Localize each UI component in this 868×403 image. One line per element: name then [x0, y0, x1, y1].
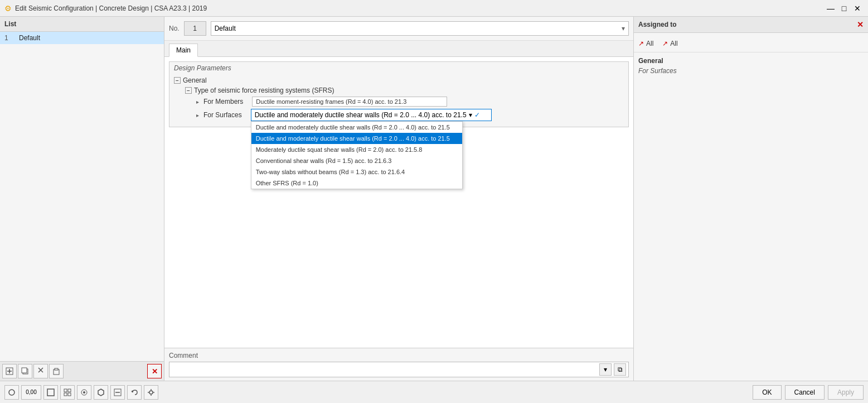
comment-box: ▾ ⧉ — [169, 362, 629, 377]
config-name-row: No. 1 Default ▾ — [164, 17, 633, 41]
svg-rect-4 — [22, 368, 27, 373]
assigned-close-icon[interactable]: ✕ — [857, 20, 864, 29]
surfaces-bullet: ▸ — [196, 112, 199, 118]
bottom-toolbar: 0,00 OK Cancel — [0, 381, 868, 403]
left-panel: List 1 Default — [0, 17, 164, 381]
assigned-value-1: All — [646, 40, 653, 47]
for-surfaces-label: For Surfaces — [203, 111, 242, 119]
sfrs-children: ▸ For Members Ductile moment-resisting f… — [185, 95, 624, 122]
delete-button[interactable]: ✕ — [147, 364, 162, 378]
assigned-header: Assigned to ✕ — [634, 17, 868, 33]
config-name-dropdown[interactable]: Default ▾ — [211, 21, 629, 36]
sfrs-label: Type of seismic force resisting systems … — [194, 87, 334, 94]
right-sub: For Surfaces — [638, 67, 864, 75]
bottom-tools: 0,00 — [4, 385, 158, 400]
comment-dropdown-icon[interactable]: ▾ — [599, 363, 612, 376]
tool-square-btn[interactable] — [43, 385, 58, 400]
tool-circle-btn[interactable] — [4, 385, 19, 400]
close-button[interactable]: ✕ — [851, 2, 864, 15]
ok-button[interactable]: OK — [753, 385, 781, 400]
list-item-num: 1 — [4, 34, 16, 42]
general-label: General — [183, 76, 207, 84]
apply-button[interactable]: Apply — [828, 385, 864, 400]
surfaces-dropdown-container: Ductile and moderately ductile shear wal… — [251, 109, 492, 121]
surfaces-selected-value: Ductile and moderately ductile shear wal… — [255, 111, 467, 119]
tool-minus-btn[interactable] — [110, 385, 125, 400]
surfaces-dropdown-list: Ductile and moderately ductile shear wal… — [251, 121, 463, 189]
dropdown-option-2[interactable]: Moderately ductile squat shear walls (Rd… — [251, 144, 462, 155]
title-bar-controls: — □ ✕ — [825, 2, 864, 15]
svg-point-21 — [149, 391, 153, 394]
cancel-button[interactable]: Cancel — [785, 385, 825, 400]
dropdown-option-5[interactable]: Other SFRS (Rd = 1.0) — [251, 177, 462, 189]
comment-icons: ▾ ⧉ — [599, 363, 626, 376]
comment-copy-icon[interactable]: ⧉ — [614, 363, 626, 376]
svg-point-16 — [83, 391, 85, 394]
for-members-row: ▸ For Members Ductile moment-resisting f… — [196, 95, 624, 108]
assigned-row: ↗ All ↗ All — [638, 40, 864, 47]
surfaces-dropdown-arrow-icon: ▾ — [469, 111, 472, 119]
title-text: Edit Seismic Configuration | Concrete De… — [15, 4, 207, 12]
title-bar-left: ⚙ Edit Seismic Configuration | Concrete … — [4, 4, 207, 13]
general-node[interactable]: − General — [174, 75, 624, 85]
add-button[interactable] — [2, 364, 17, 378]
svg-rect-13 — [64, 393, 67, 396]
svg-rect-8 — [55, 368, 58, 370]
svg-point-9 — [9, 390, 14, 395]
maximize-button[interactable]: □ — [838, 2, 850, 15]
assigned-value-2: All — [670, 40, 677, 47]
design-params-title: Design Parameters — [174, 64, 624, 72]
sfrs-expand-icon[interactable]: − — [185, 87, 192, 94]
dropdown-option-4[interactable]: Two-way slabs without beams (Rd = 1.3) a… — [251, 166, 462, 177]
tool-number-btn[interactable]: 0,00 — [21, 385, 41, 400]
members-value-display: Ductile moment-resisting frames (Rd = 4.… — [252, 97, 447, 107]
assigned-arrow-icon-1: ↗ — [638, 40, 644, 47]
cut-button[interactable] — [33, 364, 48, 378]
surfaces-dropdown-trigger[interactable]: Ductile and moderately ductile shear wal… — [251, 109, 492, 121]
tool-settings-btn[interactable] — [144, 385, 158, 400]
comment-label: Comment — [169, 352, 629, 359]
svg-rect-14 — [68, 393, 71, 396]
config-num-box: 1 — [184, 21, 206, 36]
dropdown-option-0[interactable]: Ductile and moderately ductile shear wal… — [251, 122, 462, 133]
surfaces-dropdown-check-icon: ✓ — [474, 111, 480, 119]
no-label: No. — [169, 25, 180, 32]
tabs: Main — [164, 41, 633, 57]
assigned-arrow-icon-2: ↗ — [662, 40, 668, 47]
minimize-button[interactable]: — — [825, 2, 837, 15]
tool-grid-btn[interactable] — [60, 385, 75, 400]
for-surfaces-row: ▸ For Surfaces Ductile and moderately du… — [196, 108, 624, 122]
for-members-label: For Members — [203, 98, 243, 105]
config-name-value: Default — [215, 25, 236, 32]
dropdown-arrow-icon: ▾ — [622, 25, 625, 32]
center-panel: No. 1 Default ▾ Main Design Parameters — [164, 17, 634, 381]
bottom-action-buttons: OK Cancel Apply — [753, 385, 864, 400]
copy-button[interactable] — [18, 364, 32, 378]
assigned-item-2: ↗ All — [662, 40, 677, 47]
right-general: General For Surfaces — [634, 52, 868, 79]
tree-children: − Type of seismic force resisting system… — [174, 85, 624, 122]
assigned-title: Assigned to — [638, 21, 677, 28]
design-params-area: Design Parameters − General − Type of se… — [164, 57, 633, 348]
svg-marker-17 — [98, 389, 104, 396]
dropdown-option-3[interactable]: Conventional shear walls (Rd = 1.5) acc.… — [251, 155, 462, 166]
sfrs-node[interactable]: − Type of seismic force resisting system… — [185, 85, 624, 95]
tool-undo-btn[interactable] — [127, 385, 142, 400]
tree-container: − General − Type of seismic force resist… — [174, 75, 624, 122]
app-icon: ⚙ — [4, 4, 12, 13]
right-section-title: General — [638, 57, 864, 65]
list-item-label: Default — [19, 34, 40, 42]
tab-main[interactable]: Main — [169, 44, 198, 57]
comment-section: Comment ▾ ⧉ — [164, 348, 633, 381]
assigned-item-1: ↗ All — [638, 40, 653, 47]
dropdown-option-1[interactable]: Ductile and moderately ductile shear wal… — [251, 133, 462, 144]
comment-input[interactable] — [172, 366, 599, 373]
tool-target-btn[interactable] — [77, 385, 91, 400]
assigned-content: ↗ All ↗ All — [634, 33, 868, 52]
paste-button[interactable] — [49, 364, 64, 378]
tool-hex-btn[interactable] — [94, 385, 108, 400]
list-item[interactable]: 1 Default — [0, 32, 164, 44]
list-header: List — [0, 17, 164, 32]
general-expand-icon[interactable]: − — [174, 77, 181, 84]
svg-rect-11 — [64, 389, 67, 392]
